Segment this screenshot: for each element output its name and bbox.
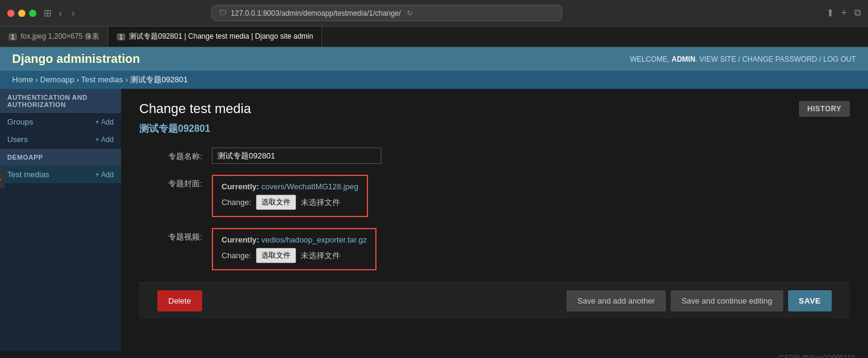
users-label: Users bbox=[7, 135, 28, 144]
traffic-lights bbox=[7, 10, 36, 17]
video-currently: Currently: vedios/hadoop_exporter.tar.gz bbox=[222, 235, 367, 244]
save-add-another-button[interactable]: Save and add another bbox=[567, 290, 666, 311]
url-bar[interactable]: 🛡 127.0.0.1:8003/admin/demoapp/testmedia… bbox=[211, 5, 562, 21]
tab2-label: 测试专题092801 | Change test media | Django … bbox=[129, 31, 313, 42]
minimize-window-btn[interactable] bbox=[18, 10, 25, 17]
admin-header: Django administration WELCOME, ADMIN. VI… bbox=[0, 47, 868, 71]
change-password-link[interactable]: CHANGE PASSWORD bbox=[742, 55, 817, 63]
tab2-num: 1 bbox=[117, 33, 125, 41]
cover-file-widget: Currently: covers/WechatIMG128.jpeg Chan… bbox=[212, 175, 368, 217]
field-name-input[interactable] bbox=[212, 148, 381, 164]
save-continue-editing-button[interactable]: Save and continue editing bbox=[671, 290, 783, 311]
field-video-label: 专题视频: bbox=[139, 228, 212, 242]
view-site-link[interactable]: VIEW SITE bbox=[699, 55, 736, 63]
breadcrumb-home[interactable]: Home bbox=[12, 75, 33, 84]
sidebar-toggle-btn[interactable]: ⊞ bbox=[44, 7, 51, 19]
cover-choose-btn[interactable]: 选取文件 bbox=[256, 195, 296, 210]
sidebar: « AUTHENTICATION AND AUTHORIZATION Group… bbox=[0, 89, 121, 351]
groups-label: Groups bbox=[7, 117, 33, 126]
sidebar-item-users[interactable]: Users + Add bbox=[0, 131, 121, 148]
security-icon: 🛡 bbox=[219, 8, 227, 18]
csdn-footer: CSDN @Xiao20000101 bbox=[0, 351, 868, 358]
field-name-label: 专题名称: bbox=[139, 148, 212, 162]
breadcrumb: Home › Demoapp › Test medias › 测试专题09280… bbox=[0, 71, 868, 89]
sidebar-demoapp-section: DEMOAPP bbox=[0, 148, 121, 166]
groups-add-btn[interactable]: + Add bbox=[95, 118, 114, 126]
main-layout: « AUTHENTICATION AND AUTHORIZATION Group… bbox=[0, 89, 868, 351]
tabs-icon[interactable]: ⧉ bbox=[854, 7, 861, 19]
footer-bar: Delete Save and add another Save and con… bbox=[139, 282, 850, 319]
tabs-bar: 1 fox.jpeg 1,200×675 像素 1 测试专题092801 | C… bbox=[0, 27, 868, 47]
tab-fox-jpeg[interactable]: 1 fox.jpeg 1,200×675 像素 bbox=[0, 27, 108, 47]
admin-site-title[interactable]: Django administration bbox=[12, 52, 140, 66]
field-cover-label: 专题封面: bbox=[139, 175, 212, 189]
video-file-widget: Currently: vedios/hadoop_exporter.tar.gz… bbox=[212, 228, 376, 270]
sidebar-auth-section: AUTHENTICATION AND AUTHORIZATION bbox=[0, 89, 121, 113]
breadcrumb-test-medias[interactable]: Test medias bbox=[81, 75, 123, 84]
sidebar-collapse-btn[interactable]: « bbox=[0, 169, 5, 189]
sidebar-item-groups[interactable]: Groups + Add bbox=[0, 113, 121, 131]
test-medias-label: Test medias bbox=[7, 170, 49, 179]
share-icon[interactable]: ⬆ bbox=[826, 7, 834, 19]
form-row-video: 专题视频: Currently: vedios/hadoop_exporter.… bbox=[139, 228, 850, 270]
breadcrumb-current: 测试专题092801 bbox=[130, 75, 188, 84]
field-video-field: Currently: vedios/hadoop_exporter.tar.gz… bbox=[212, 228, 850, 270]
form-row-cover: 专题封面: Currently: covers/WechatIMG128.jpe… bbox=[139, 175, 850, 217]
cover-change-label: Change: bbox=[222, 198, 251, 207]
video-choose-btn[interactable]: 选取文件 bbox=[256, 248, 296, 263]
sidebar-item-test-medias[interactable]: Test medias + Add bbox=[0, 166, 121, 183]
csdn-credit: CSDN @Xiao20000101 bbox=[779, 354, 856, 358]
video-no-file: 未选择文件 bbox=[301, 250, 340, 261]
video-change-row: Change: 选取文件 未选择文件 bbox=[222, 248, 367, 263]
cover-currently-label: Currently: bbox=[222, 182, 259, 191]
close-window-btn[interactable] bbox=[7, 10, 15, 17]
welcome-text: WELCOME, bbox=[630, 55, 669, 63]
cover-currently: Currently: covers/WechatIMG128.jpeg bbox=[222, 182, 358, 191]
video-current-file-link[interactable]: vedios/hadoop_exporter.tar.gz bbox=[261, 235, 367, 244]
video-currently-label: Currently: bbox=[222, 235, 259, 244]
admin-user-info: WELCOME, ADMIN. VIEW SITE / CHANGE PASSW… bbox=[630, 55, 856, 63]
maximize-window-btn[interactable] bbox=[29, 10, 36, 17]
form-row-name: 专题名称: bbox=[139, 148, 850, 164]
field-name-field bbox=[212, 148, 850, 164]
cover-change-row: Change: 选取文件 未选择文件 bbox=[222, 195, 358, 210]
field-cover-field: Currently: covers/WechatIMG128.jpeg Chan… bbox=[212, 175, 850, 217]
action-buttons: Save and add another Save and continue e… bbox=[567, 290, 832, 311]
log-out-link[interactable]: LOG OUT bbox=[823, 55, 856, 63]
cover-current-file-link[interactable]: covers/WechatIMG128.jpeg bbox=[261, 182, 358, 191]
history-button[interactable]: HISTORY bbox=[799, 101, 850, 117]
record-title: 测试专题092801 bbox=[139, 123, 850, 135]
save-button[interactable]: SAVE bbox=[788, 290, 832, 311]
tab1-label: fox.jpeg 1,200×675 像素 bbox=[21, 31, 99, 42]
video-change-label: Change: bbox=[222, 251, 251, 260]
reload-icon[interactable]: ↻ bbox=[407, 9, 413, 18]
content-area: Change test media HISTORY 测试专题092801 专题名… bbox=[121, 89, 868, 351]
users-add-btn[interactable]: + Add bbox=[95, 135, 114, 144]
tab-django-admin[interactable]: 1 测试专题092801 | Change test media | Djang… bbox=[108, 27, 323, 47]
browser-chrome: ⊞ ‹ › 🛡 127.0.0.1:8003/admin/demoapp/tes… bbox=[0, 0, 868, 27]
forward-btn[interactable]: › bbox=[69, 7, 77, 20]
test-medias-add-btn[interactable]: + Add bbox=[95, 171, 114, 179]
delete-button[interactable]: Delete bbox=[157, 290, 202, 311]
breadcrumb-demoapp[interactable]: Demoapp bbox=[40, 75, 74, 84]
cover-no-file: 未选择文件 bbox=[301, 197, 340, 208]
page-title: Change test media bbox=[139, 101, 251, 117]
tab1-num: 1 bbox=[8, 33, 17, 41]
admin-username: ADMIN bbox=[671, 55, 695, 63]
back-btn[interactable]: ‹ bbox=[56, 7, 64, 20]
browser-actions: ⬆ + ⧉ bbox=[826, 7, 861, 19]
url-text: 127.0.0.1:8003/admin/demoapp/testmedia/1… bbox=[231, 9, 401, 18]
page-title-row: Change test media HISTORY bbox=[139, 101, 850, 117]
new-tab-icon[interactable]: + bbox=[841, 7, 847, 19]
